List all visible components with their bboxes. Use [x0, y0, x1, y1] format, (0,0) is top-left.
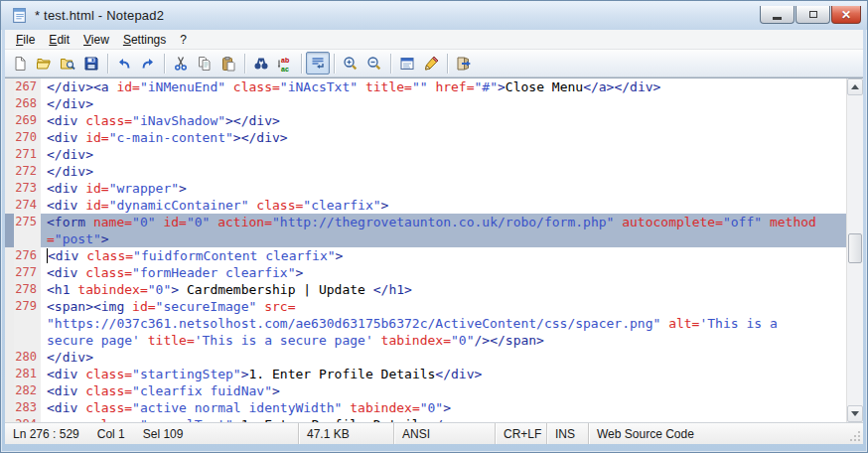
code-line-271[interactable]: 271</div>: [5, 146, 846, 163]
selection-margin[interactable]: [5, 332, 14, 349]
line-number[interactable]: [14, 315, 41, 332]
selection-margin[interactable]: [5, 399, 14, 416]
code-line-275-wrap0[interactable]: 275<form name="0" id="0" action="http://…: [5, 214, 846, 230]
selection-margin[interactable]: [5, 180, 14, 197]
code-line-273[interactable]: 273<div id="wrapper">: [5, 180, 846, 197]
line-number[interactable]: 277: [14, 264, 41, 281]
code-line-277[interactable]: 277<div class="formHeader clearfix">: [5, 264, 846, 281]
customize-button[interactable]: [419, 52, 443, 75]
code-line-268[interactable]: 268</div>: [5, 95, 846, 112]
code-line-270[interactable]: 270<div id="c-main-content"></div>: [5, 129, 846, 146]
save-file-button[interactable]: [79, 52, 103, 75]
scroll-down-button[interactable]: [847, 405, 863, 422]
line-number[interactable]: 269: [14, 112, 41, 129]
selection-margin[interactable]: [5, 281, 14, 298]
line-number[interactable]: 281: [14, 366, 41, 382]
line-number[interactable]: 273: [14, 180, 41, 197]
line-number[interactable]: 274: [14, 197, 41, 214]
zoom-out-button[interactable]: [362, 52, 386, 75]
selection-margin[interactable]: [5, 112, 14, 129]
line-number[interactable]: 278: [14, 281, 41, 298]
selection-margin[interactable]: [5, 163, 14, 180]
code-line-279-wrap1[interactable]: "https://037c361.netsolhost.com/ae630d63…: [5, 315, 846, 332]
line-number[interactable]: 276: [14, 247, 41, 264]
close-button[interactable]: ✕: [831, 6, 861, 24]
restore-button[interactable]: [796, 6, 830, 24]
schemes-button[interactable]: [395, 52, 419, 75]
selection-margin[interactable]: [5, 78, 14, 95]
browse-files-button[interactable]: [56, 52, 79, 75]
code-line-279-wrap2[interactable]: secure page' title='This is a secure pag…: [5, 332, 846, 349]
exit-icon: [456, 56, 472, 72]
exit-button[interactable]: [452, 52, 476, 75]
svg-text:ab: ab: [281, 57, 289, 64]
selection-margin[interactable]: [5, 146, 14, 163]
selection-margin[interactable]: [5, 382, 14, 399]
cut-button[interactable]: [169, 52, 193, 75]
code-pane[interactable]: 267</div><a id="iNMenuEnd" class="iNAcsT…: [5, 78, 846, 422]
restore-icon: [809, 11, 817, 18]
selection-margin[interactable]: [5, 230, 14, 247]
scrollbar-track[interactable]: [847, 95, 863, 405]
code-line-281[interactable]: 281<div class="startingStep">1. Enter Pr…: [5, 366, 846, 382]
code-line-276[interactable]: 276<div class="fuidformContent clearfix"…: [5, 247, 846, 264]
new-file-button[interactable]: [8, 52, 32, 75]
selection-margin[interactable]: [5, 315, 14, 332]
redo-button[interactable]: [136, 52, 160, 75]
code-line-279-wrap0[interactable]: 279<span><img id="secureImage" src=: [5, 298, 846, 315]
paste-button[interactable]: [217, 52, 240, 75]
replace-button[interactable]: abac: [273, 52, 297, 75]
menu-view[interactable]: View: [76, 31, 116, 49]
selection-margin[interactable]: [5, 298, 14, 315]
menu-file[interactable]: File: [9, 31, 42, 49]
toolbar-separator: [390, 54, 391, 74]
selection-margin[interactable]: [5, 247, 14, 264]
code-line-283[interactable]: 283<div class="active normal identyWidth…: [5, 399, 846, 416]
code-line-272[interactable]: 272</div>: [5, 163, 846, 180]
selection-margin[interactable]: [5, 214, 14, 230]
undo-button[interactable]: [112, 52, 136, 75]
scroll-up-button[interactable]: [847, 78, 863, 95]
line-number[interactable]: 270: [14, 129, 41, 146]
title-bar[interactable]: * test.html - Notepad2 ✕: [1, 1, 867, 30]
code-line-280[interactable]: 280</div>: [5, 349, 846, 366]
code-line-275-wrap1[interactable]: ="post">: [5, 230, 846, 247]
selection-margin[interactable]: [5, 197, 14, 214]
scrollbar-thumb[interactable]: [848, 233, 862, 263]
zoom-in-button[interactable]: [339, 52, 362, 75]
code-line-274[interactable]: 274<div id="dynamicContainer" class="cle…: [5, 197, 846, 214]
line-number[interactable]: [14, 332, 41, 349]
line-number[interactable]: 268: [14, 95, 41, 112]
selection-margin[interactable]: [5, 349, 14, 366]
line-number[interactable]: 280: [14, 349, 41, 366]
open-file-icon: [36, 56, 52, 72]
line-number[interactable]: 283: [14, 399, 41, 416]
minimize-button[interactable]: [760, 6, 795, 24]
menu-settings[interactable]: Settings: [116, 31, 173, 49]
line-number[interactable]: 267: [14, 78, 41, 95]
line-number[interactable]: [14, 230, 41, 247]
selection-margin[interactable]: [5, 129, 14, 146]
line-number[interactable]: 279: [14, 298, 41, 315]
line-number[interactable]: 275: [14, 214, 41, 230]
editor-area[interactable]: 267</div><a id="iNMenuEnd" class="iNAcsT…: [5, 77, 863, 422]
line-number[interactable]: 282: [14, 382, 41, 399]
code-line-267[interactable]: 267</div><a id="iNMenuEnd" class="iNAcsT…: [5, 78, 846, 95]
menu-[interactable]: ?: [173, 31, 194, 49]
line-number[interactable]: 272: [14, 163, 41, 180]
line-number[interactable]: 271: [14, 146, 41, 163]
resize-grip[interactable]: [849, 430, 861, 442]
code-line-282[interactable]: 282<div class="clearfix fuidNav">: [5, 382, 846, 399]
code-line-278[interactable]: 278<h1 tabindex="0"> Cardmembership | Up…: [5, 281, 846, 298]
selection-margin[interactable]: [5, 95, 14, 112]
window-frame-bottom: [1, 444, 867, 452]
vertical-scrollbar[interactable]: [846, 78, 863, 422]
word-wrap-button[interactable]: [306, 52, 330, 75]
copy-button[interactable]: [193, 52, 217, 75]
code-line-269[interactable]: 269<div class="iNavShadow"></div>: [5, 112, 846, 129]
selection-margin[interactable]: [5, 366, 14, 382]
selection-margin[interactable]: [5, 264, 14, 281]
find-button[interactable]: [249, 52, 273, 75]
open-file-button[interactable]: [32, 52, 56, 75]
menu-edit[interactable]: Edit: [42, 31, 76, 49]
